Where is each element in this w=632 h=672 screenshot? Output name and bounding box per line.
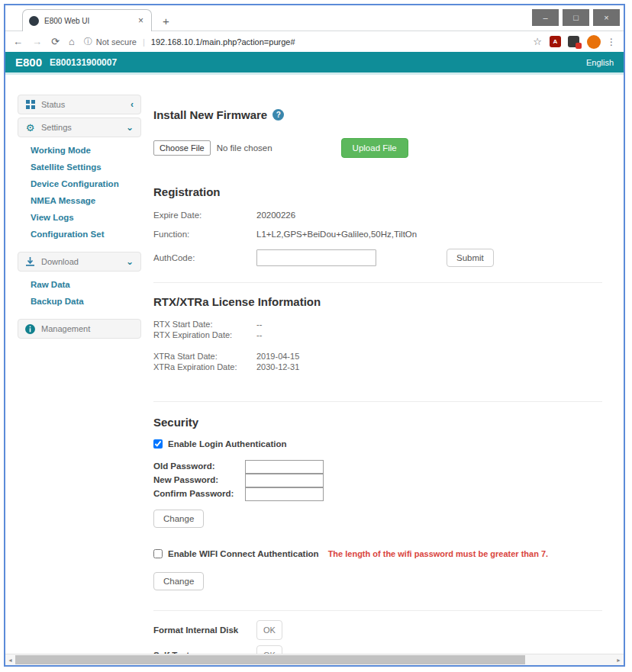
maximize-button[interactable]: □ (563, 9, 589, 26)
security-label: Not secure (96, 37, 137, 47)
grid-icon (25, 100, 35, 109)
sidebar-item-satellite-settings[interactable]: Satellite Settings (18, 159, 142, 175)
settings-sublinks: Working Mode Satellite Settings Device C… (18, 142, 142, 243)
section-divider (153, 610, 602, 611)
new-password-input[interactable] (245, 474, 324, 487)
brand-title: E800 (15, 56, 42, 69)
sidebar-item-working-mode[interactable]: Working Mode (18, 142, 142, 159)
confirm-password-input[interactable] (245, 487, 324, 501)
xtra-start-value: 2019-04-15 (256, 351, 299, 362)
xtra-start-label: XTRa Start Date: (153, 351, 256, 362)
sidebar-item-download[interactable]: Download ⌄ (18, 252, 141, 272)
sidebar-item-label: Download (41, 257, 79, 266)
back-icon[interactable]: ← (13, 36, 23, 47)
window-controls: – □ × (532, 9, 620, 26)
browser-tab[interactable]: E800 Web UI × (22, 9, 152, 31)
tab-strip: E800 Web UI × + – □ × (5, 5, 624, 31)
new-tab-button[interactable]: + (163, 14, 169, 27)
sidebar-item-backup-data[interactable]: Backup Data (18, 293, 142, 310)
tab-title: E800 Web UI (44, 17, 137, 25)
confirm-password-label: Confirm Password: (153, 489, 245, 498)
login-auth-label: Enable Login Authentication (168, 439, 286, 449)
chevron-left-icon: ‹ (131, 99, 134, 110)
file-status-text: No file chosen (217, 143, 272, 153)
submit-button[interactable]: Submit (447, 249, 494, 267)
browser-window: E800 Web UI × + – □ × ← → ⟳ ⌂ ⓘ Not secu… (4, 4, 625, 667)
sidebar-item-view-logs[interactable]: View Logs (18, 209, 142, 226)
change-password-button[interactable]: Change (153, 510, 204, 528)
profile-avatar[interactable] (587, 35, 601, 49)
expire-date-label: Expire Date: (153, 211, 256, 220)
wifi-auth-label: Enable WIFI Connect Authentication (168, 549, 319, 558)
function-label: Function: (153, 230, 256, 239)
old-password-label: Old Password: (153, 461, 245, 471)
authcode-input[interactable] (256, 249, 376, 266)
scroll-right-icon[interactable]: ► (614, 658, 624, 663)
old-password-input[interactable] (245, 460, 324, 474)
scrollbar-thumb[interactable] (15, 655, 525, 664)
sidebar-item-settings[interactable]: ⚙ Settings ⌄ (18, 117, 141, 137)
extension-icon[interactable] (568, 36, 579, 47)
section-divider (153, 401, 602, 402)
download-icon (25, 257, 35, 266)
reload-icon[interactable]: ⟳ (51, 36, 60, 47)
sidebar-item-device-configuration[interactable]: Device Configuration (18, 175, 142, 192)
sidebar-item-status[interactable]: Status ‹ (18, 95, 141, 114)
minimize-button[interactable]: – (532, 9, 559, 26)
home-icon[interactable]: ⌂ (69, 36, 75, 47)
format-disk-label: Format Internal Disk (153, 625, 256, 635)
rtx-start-value: -- (256, 319, 262, 330)
bookmark-star-icon[interactable]: ☆ (533, 36, 542, 47)
device-serial: E800131900007 (50, 57, 117, 68)
xtra-expiration-value: 2030-12-31 (256, 362, 299, 372)
sidebar-item-label: Management (41, 324, 90, 333)
forward-icon[interactable]: → (32, 36, 42, 47)
rtx-expiration-value: -- (256, 330, 262, 340)
pdf-extension-icon[interactable]: A (550, 36, 561, 47)
info-icon (25, 324, 35, 334)
sidebar-item-label: Status (41, 100, 65, 109)
language-selector[interactable]: English (586, 58, 614, 67)
close-window-button[interactable]: × (593, 9, 620, 26)
security-section-title: Security (153, 416, 602, 429)
wifi-auth-checkbox[interactable] (153, 549, 163, 558)
upload-file-button[interactable]: Upload File (341, 138, 408, 158)
authcode-label: AuthCode: (153, 253, 256, 262)
page-info-icon[interactable]: ⓘ (84, 36, 92, 47)
sidebar-item-configuration-set[interactable]: Configuration Set (18, 226, 142, 243)
chevron-down-icon: ⌄ (126, 256, 134, 267)
browser-menu-icon[interactable]: ⋮ (607, 37, 616, 47)
xtra-expiration-label: XTRa Expiration Date: (153, 362, 256, 372)
sidebar-nav: Status ‹ ⚙ Settings ⌄ Working Mode Satel… (5, 75, 142, 667)
browser-toolbar: ← → ⟳ ⌂ ⓘ Not secure | 192.168.10.1/main… (5, 31, 624, 52)
rtx-start-label: RTX Start Date: (153, 319, 256, 330)
rtx-expiration-label: RTX Expiration Date: (153, 330, 256, 340)
format-disk-ok-button[interactable]: OK (256, 620, 282, 640)
gear-icon: ⚙ (25, 123, 35, 133)
registration-section-title: Registration (153, 185, 602, 198)
sidebar-item-nmea-message[interactable]: NMEA Message (18, 192, 142, 209)
chevron-down-icon: ⌄ (126, 122, 134, 133)
extension-badge (576, 43, 582, 49)
wifi-password-warning: The length of the wifi password must be … (328, 549, 548, 558)
section-divider (153, 282, 602, 283)
url-text[interactable]: 192.168.10.1/main.php?action=purge# (151, 37, 295, 47)
omnibox-separator: | (143, 37, 145, 47)
firmware-section-title: Install New Firmware (153, 108, 267, 121)
change-wifi-button[interactable]: Change (153, 572, 204, 590)
license-section-title: RTX/XTRa License Information (153, 295, 602, 308)
app-header: E800 E800131900007 English (5, 52, 624, 75)
login-auth-checkbox[interactable] (153, 439, 163, 449)
help-icon[interactable]: ? (272, 109, 284, 121)
sidebar-item-raw-data[interactable]: Raw Data (18, 276, 142, 293)
scroll-left-icon[interactable]: ◄ (5, 658, 15, 663)
address-bar[interactable]: ⓘ Not secure | 192.168.10.1/main.php?act… (84, 36, 526, 47)
function-value: L1+L2,GPS+BeiDou+Galileo,50Hz,TiltOn (256, 230, 417, 239)
sidebar-item-label: Settings (41, 123, 72, 132)
sidebar-item-management[interactable]: Management (18, 319, 141, 339)
main-content: Install New Firmware ? Choose File No fi… (142, 75, 624, 667)
close-tab-icon[interactable]: × (137, 15, 145, 26)
horizontal-scrollbar[interactable]: ◄ ► (5, 654, 624, 665)
download-sublinks: Raw Data Backup Data (18, 276, 142, 310)
choose-file-button[interactable]: Choose File (153, 140, 211, 156)
